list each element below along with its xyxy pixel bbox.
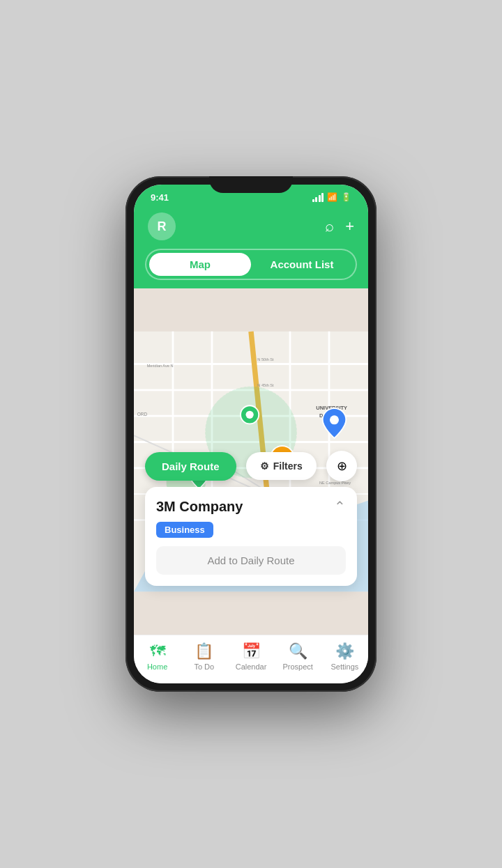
signal-icon [312,193,324,202]
notch [209,176,293,193]
compass-icon: ⊕ [337,458,347,474]
add-to-daily-route-button[interactable]: Add to Daily Route [156,546,346,575]
location-button[interactable]: ⊕ [326,451,357,481]
company-card: 3M Company ⌃ Business Add to Daily Route [145,487,357,586]
nav-label-calendar: Calendar [236,662,267,671]
card-header: 3M Company ⌃ [156,498,346,515]
status-icons: 📶 🔋 [312,192,352,202]
header-actions: ⌕ + [325,217,354,235]
nav-label-todo: To Do [194,662,214,671]
filter-icon: ⚙ [260,460,269,472]
nav-label-settings: Settings [331,662,359,671]
calendar-icon: 📅 [242,642,261,660]
svg-text:ORD: ORD [137,412,148,417]
battery-icon: 🔋 [341,192,351,202]
svg-text:NE Campus Pkwy: NE Campus Pkwy [319,481,351,485]
home-icon: 🗺 [150,642,165,660]
nav-item-settings[interactable]: ⚙️ Settings [321,642,368,671]
status-time: 9:41 [151,192,169,203]
filters-button[interactable]: ⚙ Filters [246,452,317,480]
phone-screen: 9:41 📶 🔋 R ⌕ + Map [134,185,368,683]
collapse-button[interactable]: ⌃ [334,498,346,515]
todo-icon: 📋 [195,642,213,660]
search-icon[interactable]: ⌕ [325,217,334,235]
company-name: 3M Company [156,499,243,515]
nav-item-home[interactable]: 🗺 Home [134,642,181,671]
bottom-nav: 🗺 Home 📋 To Do 📅 Calendar 🔍 Prospect ⚙️ … [134,635,368,683]
filter-label: Filters [273,460,303,472]
map-container: N 50th St N 45th St Meridian Ave N UNIVE… [134,288,368,635]
add-icon[interactable]: + [345,217,354,235]
prospect-icon: 🔍 [289,642,307,660]
tab-map[interactable]: Map [149,253,251,276]
svg-text:N 45th St: N 45th St [257,383,274,387]
settings-icon: ⚙️ [335,642,354,660]
wifi-icon: 📶 [327,192,337,202]
tab-switcher-inner: Map Account List [145,249,357,280]
map-controls: Daily Route ⚙ Filters ⊕ [134,451,368,481]
svg-text:Meridian Ave N: Meridian Ave N [147,364,174,368]
nav-label-home: Home [147,662,167,671]
svg-text:N 50th St: N 50th St [257,357,274,362]
nav-item-calendar[interactable]: 📅 Calendar [227,642,274,671]
svg-point-32 [330,415,339,424]
business-tag[interactable]: Business [156,522,213,538]
daily-route-button[interactable]: Daily Route [145,452,236,481]
tab-switcher: Map Account List [134,249,368,288]
nav-item-todo[interactable]: 📋 To Do [181,642,227,671]
tab-account-list[interactable]: Account List [251,253,353,276]
nav-label-prospect: Prospect [283,662,313,671]
avatar[interactable]: R [148,212,176,240]
app-header: R ⌕ + [134,207,368,249]
nav-item-prospect[interactable]: 🔍 Prospect [275,642,321,671]
svg-point-28 [246,411,254,419]
phone-frame: 9:41 📶 🔋 R ⌕ + Map [126,176,376,692]
